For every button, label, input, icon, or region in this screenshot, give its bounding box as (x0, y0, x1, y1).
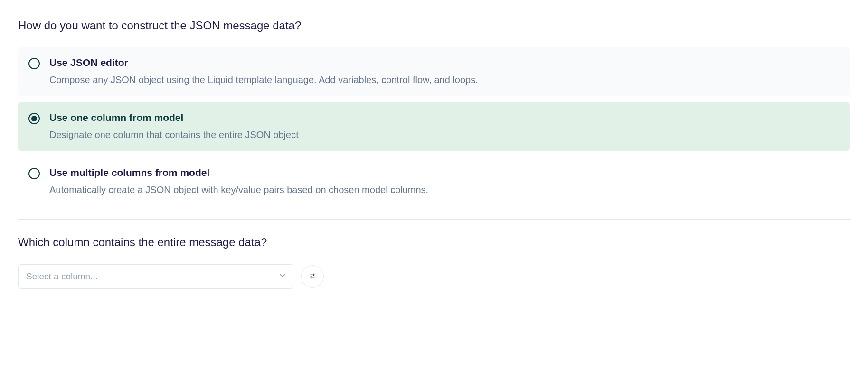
json-construct-radio-group: Use JSON editor Compose any JSON object … (18, 47, 850, 206)
radio-option-multiple-columns[interactable]: Use multiple columns from model Automati… (18, 157, 850, 206)
swap-icon (309, 272, 316, 281)
column-select[interactable]: Select a column... (18, 264, 293, 289)
radio-description: Designate one column that contains the e… (49, 128, 840, 141)
radio-content: Use multiple columns from model Automati… (49, 167, 840, 196)
radio-icon (28, 113, 40, 124)
radio-content: Use JSON editor Compose any JSON object … (49, 57, 840, 86)
section-heading-column: Which column contains the entire message… (18, 236, 850, 249)
radio-description: Compose any JSON object using the Liquid… (49, 73, 840, 86)
radio-title: Use JSON editor (49, 57, 840, 68)
column-select-wrapper: Select a column... (18, 264, 293, 289)
section-divider (18, 219, 850, 220)
swap-button[interactable] (301, 265, 324, 288)
radio-title: Use one column from model (49, 112, 840, 123)
radio-title: Use multiple columns from model (49, 167, 840, 178)
column-select-row: Select a column... (18, 264, 850, 289)
section-heading-construct: How do you want to construct the JSON me… (18, 19, 850, 32)
radio-icon (28, 168, 40, 179)
radio-content: Use one column from model Designate one … (49, 112, 840, 141)
radio-description: Automatically create a JSON object with … (49, 183, 840, 196)
radio-option-one-column[interactable]: Use one column from model Designate one … (18, 102, 850, 151)
radio-option-json-editor[interactable]: Use JSON editor Compose any JSON object … (18, 47, 850, 96)
radio-icon (28, 58, 40, 69)
